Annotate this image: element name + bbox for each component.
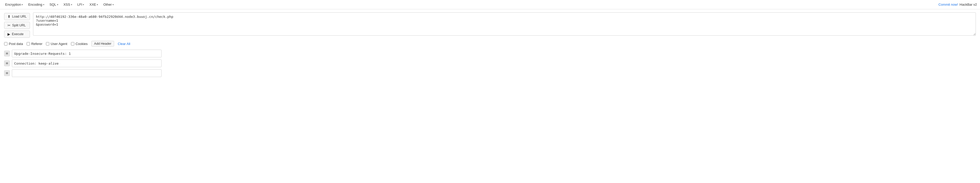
cookies-checkbox-label[interactable]: Cookies (71, 42, 88, 46)
lfi-chevron-icon: ▾ (83, 3, 84, 6)
action-buttons: ⬆ Load URL ✂ Split URL ▶ Execute (4, 13, 30, 38)
cookies-checkbox[interactable] (71, 42, 74, 45)
load-url-label: Load URL (12, 15, 27, 18)
load-url-button[interactable]: ⬆ Load URL (4, 13, 30, 20)
referer-label: Referer (31, 42, 42, 46)
encryption-chevron-icon: ▾ (22, 3, 23, 6)
clear-all-button[interactable]: Clear All (118, 42, 130, 46)
header-row-1: H (4, 59, 976, 67)
other-chevron-icon: ▾ (113, 3, 114, 6)
commit-now-link[interactable]: Commit now! (939, 3, 958, 6)
header-badge-0: H (4, 51, 10, 56)
add-header-button[interactable]: Add Header (91, 41, 115, 47)
url-textarea-wrapper: http://48f46192-336e-48a0-a680-94fb22920… (33, 13, 976, 37)
main-content: ⬆ Load URL ✂ Split URL ▶ Execute http://… (0, 9, 980, 183)
user-agent-checkbox[interactable] (46, 42, 49, 45)
nav-item-encoding[interactable]: Encoding ▾ (26, 2, 46, 8)
user-agent-checkbox-label[interactable]: User Agent (46, 42, 67, 46)
nav-sql-label: SQL (49, 3, 56, 6)
user-agent-label: User Agent (51, 42, 67, 46)
nav-item-xss[interactable]: XSS ▾ (61, 2, 74, 8)
header-badge-partial: H (4, 70, 10, 76)
load-url-icon: ⬆ (8, 14, 11, 19)
header-input-partial[interactable] (12, 69, 162, 77)
nav-menu: Encryption ▾ Encoding ▾ SQL ▾ XSS ▾ LFI … (3, 2, 116, 8)
top-section: ⬆ Load URL ✂ Split URL ▶ Execute http://… (4, 13, 976, 38)
split-url-button[interactable]: ✂ Split URL (4, 22, 30, 29)
clear-all-label: Clear All (118, 42, 130, 46)
split-url-label: Split URL (12, 24, 26, 27)
sql-chevron-icon: ▾ (57, 3, 58, 6)
nav-item-lfi[interactable]: LFI ▾ (75, 2, 86, 8)
post-data-checkbox-label[interactable]: Post data (4, 42, 23, 46)
header-badge-1: H (4, 61, 10, 66)
execute-button[interactable]: ▶ Execute (4, 30, 30, 38)
nav-encryption-label: Encryption (5, 3, 21, 6)
nav-item-encryption[interactable]: Encryption ▾ (3, 2, 25, 8)
xss-chevron-icon: ▾ (71, 3, 72, 6)
nav-encoding-label: Encoding (28, 3, 42, 6)
nav-xxe-label: XXE (89, 3, 96, 6)
options-row: Post data Referer User Agent Cookies Add… (4, 41, 976, 47)
execute-label: Execute (12, 32, 24, 36)
add-header-label: Add Header (94, 42, 111, 45)
encoding-chevron-icon: ▾ (43, 3, 45, 6)
post-data-label: Post data (9, 42, 23, 46)
hackbar-version-label: HackBar v2 (959, 3, 977, 6)
xxe-chevron-icon: ▾ (97, 3, 98, 6)
header-input-1[interactable] (12, 59, 162, 67)
header-row-partial: H (4, 69, 976, 77)
split-url-icon: ✂ (8, 23, 11, 27)
url-textarea[interactable]: http://48f46192-336e-48a0-a680-94fb22920… (33, 13, 976, 36)
header-row-0: H (4, 50, 976, 58)
nav-item-other[interactable]: Other ▾ (101, 2, 116, 8)
navbar-right: Commit now! HackBar v2 (939, 3, 977, 6)
nav-item-sql[interactable]: SQL ▾ (48, 2, 60, 8)
execute-icon: ▶ (8, 32, 10, 36)
nav-lfi-label: LFI (78, 3, 82, 6)
cookies-label: Cookies (76, 42, 88, 46)
post-data-checkbox[interactable] (4, 42, 8, 45)
navbar: Encryption ▾ Encoding ▾ SQL ▾ XSS ▾ LFI … (0, 0, 980, 9)
referer-checkbox[interactable] (27, 42, 30, 45)
nav-xss-label: XSS (64, 3, 70, 6)
header-input-0[interactable] (12, 50, 162, 58)
header-rows: H H H (4, 50, 976, 77)
referer-checkbox-label[interactable]: Referer (27, 42, 42, 46)
nav-item-xxe[interactable]: XXE ▾ (87, 2, 100, 8)
nav-other-label: Other (103, 3, 112, 6)
